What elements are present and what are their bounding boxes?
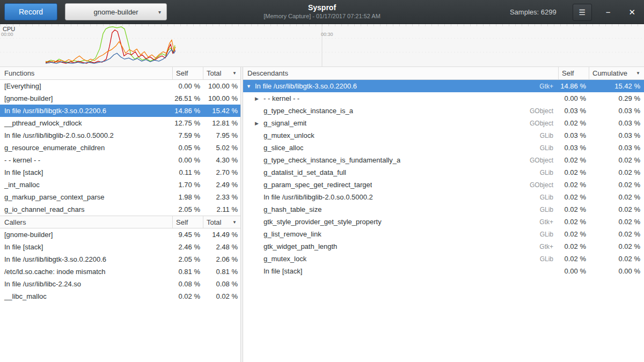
cumulative-percent-cell: 0.03 % — [589, 107, 644, 115]
function-name-cell: g_io_channel_read_chars — [0, 205, 172, 213]
table-row[interactable]: __pthread_rwlock_rdlock12.75 %12.81 % — [0, 117, 240, 129]
callers-table: [gnome-builder]9.45 %14.49 %In file [sta… — [0, 228, 240, 302]
close-icon: ✕ — [628, 8, 635, 17]
menu-button[interactable]: ☰ — [573, 4, 592, 21]
table-row[interactable]: g_type_check_instance_is_aGObject0.03 %0… — [243, 105, 644, 117]
table-row[interactable]: In file /usr/lib/libglib-2.0.so.0.5000.2… — [0, 129, 240, 142]
self-column-header[interactable]: Self — [172, 67, 203, 79]
minimize-button[interactable]: − — [603, 5, 614, 19]
table-row[interactable]: g_list_remove_linkGLib0.02 %0.02 % — [243, 228, 644, 240]
table-row[interactable]: __libc_malloc0.02 %0.02 % — [0, 290, 240, 302]
expand-arrow-icon[interactable]: ▶ — [255, 96, 264, 101]
descendants-column-header[interactable]: Descendants — [243, 67, 558, 79]
minimize-icon: − — [606, 8, 611, 17]
table-row[interactable]: ▶- - kernel - -0.00 %0.29 % — [243, 92, 644, 105]
function-name-cell: ▶g_signal_emitGObject — [243, 119, 558, 127]
record-button[interactable]: Record — [4, 3, 57, 20]
self-column-header[interactable]: Self — [558, 67, 589, 79]
table-row[interactable]: In file /usr/lib/libgtk-3.so.0.2200.614.… — [0, 105, 240, 117]
callers-column-header[interactable]: Callers — [0, 216, 172, 228]
self-percent-cell: 2.46 % — [172, 243, 203, 251]
window-title-box: Sysprof [Memory Capture] - 01/17/2017 07… — [264, 3, 380, 20]
table-row[interactable]: In file /usr/lib/libglib-2.0.so.0.5000.2… — [243, 191, 644, 203]
cumulative-percent-cell: 0.00 % — [589, 267, 644, 275]
table-row[interactable]: gtk_widget_path_lengthGtk+0.02 %0.02 % — [243, 240, 644, 253]
table-row[interactable]: ▼In file /usr/lib/libgtk-3.so.0.2200.6Gt… — [243, 80, 644, 92]
table-row[interactable]: g_resource_enumerate_children0.05 %5.02 … — [0, 142, 240, 154]
table-row[interactable]: ▶g_signal_emitGObject0.02 %0.03 % — [243, 117, 644, 129]
function-name-cell: g_type_check_instance_is_aGObject — [243, 107, 558, 115]
self-percent-cell: 0.02 % — [558, 230, 589, 238]
table-row[interactable]: g_datalist_id_set_data_fullGLib0.02 %0.0… — [243, 166, 644, 179]
cpu-series-cpu0 — [46, 27, 175, 62]
table-row[interactable]: gtk_style_provider_get_style_propertyGtk… — [243, 216, 644, 228]
cumulative-percent-cell: 15.42 % — [589, 82, 644, 90]
collapse-arrow-icon[interactable]: ▼ — [246, 84, 255, 89]
table-row[interactable]: [gnome-builder]26.51 %100.00 % — [0, 92, 240, 105]
total-percent-cell: 0.02 % — [203, 292, 240, 300]
function-name: g_slice_alloc — [264, 144, 303, 152]
cumulative-column-header[interactable]: Cumulative ▼ — [589, 67, 644, 79]
table-row[interactable]: g_hash_table_sizeGLib0.02 %0.02 % — [243, 203, 644, 216]
table-row[interactable]: g_mutex_unlockGLib0.03 %0.03 % — [243, 129, 644, 142]
table-row[interactable]: /etc/ld.so.cache: inode mismatch0.81 %0.… — [0, 265, 240, 278]
cumulative-percent-cell: 0.02 % — [589, 205, 644, 213]
function-name-cell: In file /usr/lib/libgtk-3.so.0.2200.6 — [0, 107, 172, 115]
functions-table-header: Functions Self Total ▼ — [0, 67, 240, 80]
table-row[interactable]: g_type_check_instance_is_fundamentally_a… — [243, 154, 644, 166]
table-row[interactable]: In file [stack]0.11 %2.70 % — [0, 166, 240, 179]
library-category-label: GObject — [530, 107, 558, 115]
process-selector-dropdown[interactable]: gnome-builder ▾ — [65, 3, 167, 20]
table-row[interactable]: g_mutex_lockGLib0.02 %0.02 % — [243, 253, 644, 265]
table-row[interactable]: [gnome-builder]9.45 %14.49 % — [0, 228, 240, 241]
table-row[interactable]: In file /usr/lib/libc-2.24.so0.08 %0.08 … — [0, 278, 240, 290]
total-column-label: Total — [207, 218, 221, 226]
close-button[interactable]: ✕ — [625, 5, 639, 19]
timeline-mid-label: 00:30 — [321, 32, 333, 37]
table-row[interactable]: [Everything]0.00 %100.00 % — [0, 80, 240, 92]
cumulative-percent-cell: 0.29 % — [589, 94, 644, 102]
function-name-cell: g_mutex_unlockGLib — [243, 131, 558, 139]
function-name-cell: g_hash_table_sizeGLib — [243, 205, 558, 213]
table-row[interactable]: In file [stack]0.00 %0.00 % — [243, 265, 644, 277]
function-name-cell: In file /usr/lib/libc-2.24.so — [0, 280, 172, 288]
cumulative-percent-cell: 0.03 % — [589, 119, 644, 127]
function-name: gtk_widget_path_length — [264, 242, 337, 250]
table-row[interactable]: g_io_channel_read_chars2.05 %2.11 % — [0, 203, 240, 216]
self-percent-cell: 0.02 % — [558, 181, 589, 189]
sort-arrow-icon: ▼ — [636, 71, 640, 76]
table-row[interactable]: g_param_spec_get_redirect_targetGObject0… — [243, 179, 644, 191]
self-percent-cell: 0.02 % — [558, 156, 589, 164]
library-category-label: GLib — [540, 255, 558, 263]
sort-arrow-icon: ▼ — [232, 220, 237, 225]
function-name-cell: [gnome-builder] — [0, 231, 172, 239]
self-percent-cell: 0.00 % — [558, 267, 589, 275]
function-name: g_mutex_lock — [264, 255, 306, 263]
total-column-header[interactable]: Total ▼ — [203, 216, 240, 228]
self-percent-cell: 0.02 % — [558, 119, 589, 127]
table-row[interactable]: g_markup_parse_context_parse1.98 %2.33 % — [0, 191, 240, 203]
library-category-label: Gtk+ — [539, 243, 558, 250]
function-name: g_hash_table_size — [264, 205, 321, 213]
cpu-timeline-graph[interactable]: CPU 00:00 00:30 — [0, 24, 644, 67]
total-percent-cell: 5.02 % — [203, 144, 240, 152]
self-column-header[interactable]: Self — [172, 216, 203, 228]
function-name-cell: - - kernel - - — [0, 156, 172, 164]
timeline-start-label: 00:00 — [1, 32, 13, 37]
table-row[interactable]: In file [stack]2.46 %2.48 % — [0, 241, 240, 253]
expand-arrow-icon[interactable]: ▶ — [255, 121, 264, 126]
total-percent-cell: 4.30 % — [203, 156, 240, 164]
table-row[interactable]: In file /usr/lib/libgtk-3.so.0.2200.62.0… — [0, 253, 240, 265]
window-subtitle: [Memory Capture] - 01/17/2017 07:21:52 A… — [264, 12, 380, 20]
self-percent-cell: 7.59 % — [172, 131, 203, 139]
function-name-cell: In file /usr/lib/libgtk-3.so.0.2200.6 — [0, 255, 172, 263]
function-name: - - kernel - - — [264, 94, 299, 102]
total-column-header[interactable]: Total ▼ — [203, 67, 240, 79]
table-row[interactable]: g_slice_allocGLib0.03 %0.03 % — [243, 142, 644, 154]
functions-column-header[interactable]: Functions — [0, 67, 172, 79]
table-row[interactable]: - - kernel - -0.00 %4.30 % — [0, 154, 240, 166]
self-percent-cell: 1.70 % — [172, 181, 203, 189]
function-name-cell: g_resource_enumerate_children — [0, 144, 172, 152]
table-row[interactable]: _int_malloc1.70 %2.49 % — [0, 179, 240, 191]
self-percent-cell: 0.02 % — [558, 205, 589, 213]
